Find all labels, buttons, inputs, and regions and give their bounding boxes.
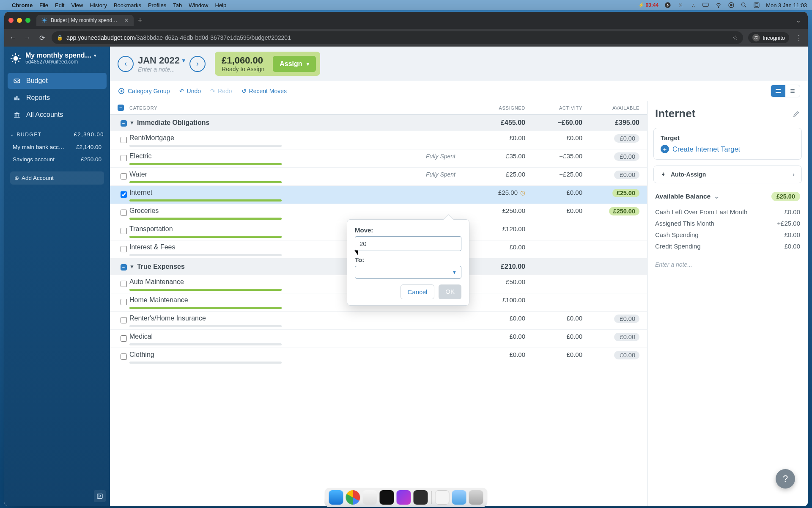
available-cell[interactable]: £250.00 xyxy=(582,207,639,215)
row-checkbox[interactable] xyxy=(118,333,129,343)
row-checkbox[interactable] xyxy=(118,225,129,235)
dock-trash-icon[interactable] xyxy=(469,490,483,505)
dock-folder-icon[interactable] xyxy=(452,490,466,505)
assigned-cell[interactable]: £0.00 xyxy=(468,333,525,340)
row-checkbox[interactable] xyxy=(118,189,129,199)
minimize-window-icon[interactable] xyxy=(17,18,22,23)
dock-textedit-icon[interactable] xyxy=(435,490,450,505)
sidebar-item-all-accounts[interactable]: All Accounts xyxy=(8,107,107,123)
available-pill[interactable]: £0.00 xyxy=(614,315,639,323)
new-tab-button[interactable]: + xyxy=(138,17,143,24)
list-view-icon[interactable] xyxy=(785,85,800,97)
dock-app-icon[interactable] xyxy=(397,490,411,505)
group-checkbox[interactable]: − xyxy=(118,263,129,271)
category-row[interactable]: Internet£25.00◷£0.00£25.00 xyxy=(110,186,647,204)
mac-menu-file[interactable]: File xyxy=(39,2,48,8)
dock-terminal-icon[interactable] xyxy=(380,490,394,505)
display-icon[interactable] xyxy=(702,2,709,8)
available-pill[interactable]: £0.00 xyxy=(614,134,639,143)
select-all-checkbox[interactable]: − xyxy=(118,105,129,111)
help-button[interactable]: ? xyxy=(776,469,795,489)
undo-button[interactable]: ↶Undo xyxy=(179,88,201,94)
reload-button[interactable]: ⟳ xyxy=(37,34,47,42)
redo-button[interactable]: ↷Redo xyxy=(210,88,232,94)
sidebar-account-row[interactable]: Savings account £250.00 xyxy=(10,153,104,166)
category-row[interactable]: Rent/Mortgage£0.00£0.00£0.00 xyxy=(110,131,647,149)
available-pill[interactable]: £0.00 xyxy=(614,152,639,161)
row-checkbox[interactable] xyxy=(118,278,129,288)
chrome-menu-icon[interactable]: ⋮ xyxy=(794,34,804,42)
row-checkbox[interactable] xyxy=(118,171,129,181)
wifi-icon[interactable] xyxy=(715,2,722,8)
available-pill[interactable]: £0.00 xyxy=(614,171,639,179)
dock-chrome-icon[interactable] xyxy=(346,490,360,505)
window-controls[interactable] xyxy=(8,18,30,23)
move-to-dropdown[interactable]: ▼ xyxy=(355,266,461,279)
row-checkbox[interactable] xyxy=(118,315,129,325)
category-row[interactable]: Clothing£0.00£0.00£0.00 xyxy=(110,348,647,366)
mac-menu-bookmarks[interactable]: Bookmarks xyxy=(114,2,141,8)
fullscreen-window-icon[interactable] xyxy=(25,18,30,23)
available-pill[interactable]: £0.00 xyxy=(614,351,639,359)
add-account-button[interactable]: ⊕ Add Account xyxy=(10,171,104,185)
available-cell[interactable]: £0.00 xyxy=(582,152,639,161)
prev-month-button[interactable]: ‹ xyxy=(118,56,134,72)
assign-button[interactable]: Assign ▾ xyxy=(273,56,315,72)
assigned-cell[interactable]: £120.00 xyxy=(468,225,525,232)
view-toggle[interactable] xyxy=(771,85,800,97)
sidebar-account-row[interactable]: My main bank acc… £2,140.00 xyxy=(10,141,104,153)
mac-menu-window[interactable]: Window xyxy=(189,2,208,8)
dots-icon[interactable]: ∴ xyxy=(690,2,697,8)
mac-menu-edit[interactable]: Edit xyxy=(55,2,64,8)
assigned-cell[interactable]: £25.00 xyxy=(468,171,525,178)
mac-menu-profiles[interactable]: Profiles xyxy=(148,2,166,8)
available-cell[interactable]: £25.00 xyxy=(582,189,639,197)
mac-menu-history[interactable]: History xyxy=(90,2,107,8)
available-cell[interactable]: £0.00 xyxy=(582,171,639,179)
available-balance-toggle[interactable]: Available Balance⌄ £25.00 xyxy=(654,189,801,204)
category-row[interactable]: WaterFully Spent£25.00−£25.00£0.00 xyxy=(110,168,647,186)
row-checkbox[interactable] xyxy=(118,134,129,144)
cancel-button[interactable]: Cancel xyxy=(401,284,435,299)
address-bar[interactable]: 🔒 app.youneedabudget.com/3a8bbdae-d62a-4… xyxy=(52,31,743,44)
category-row[interactable]: Renter's/Home Insurance£0.00£0.00£0.00 xyxy=(110,312,647,330)
mac-dock[interactable] xyxy=(325,488,488,507)
assigned-cell[interactable]: £0.00 xyxy=(468,351,525,358)
dock-app-icon[interactable] xyxy=(414,490,428,505)
category-group-row[interactable]: −▼Immediate Obligations£455.00−£60.00£39… xyxy=(110,115,647,131)
control-center-icon[interactable] xyxy=(728,2,735,8)
tabs-dropdown-icon[interactable]: ⌄ xyxy=(796,17,801,24)
sidebar-section-budget[interactable]: ⌄BUDGET £2,390.00 xyxy=(10,131,104,138)
ok-button[interactable]: OK xyxy=(439,284,461,299)
create-target-link[interactable]: + Create Internet Target xyxy=(661,145,795,153)
mac-menu-tab[interactable]: Tab xyxy=(173,2,182,8)
month-note-input[interactable]: Enter a note... xyxy=(138,66,185,73)
assigned-cell[interactable]: £100.00 xyxy=(468,296,525,304)
row-checkbox[interactable] xyxy=(118,207,129,217)
available-cell[interactable]: £0.00 xyxy=(582,315,639,323)
recent-moves-button[interactable]: ↺Recent Moves xyxy=(241,88,287,94)
assigned-cell[interactable]: £0.00 xyxy=(468,243,525,251)
forward-button[interactable]: → xyxy=(23,34,32,41)
row-checkbox[interactable] xyxy=(118,243,129,254)
edit-icon[interactable] xyxy=(793,110,800,118)
available-pill[interactable]: £250.00 xyxy=(609,207,639,215)
dock-notes-icon[interactable] xyxy=(363,490,377,505)
assigned-cell[interactable]: £25.00◷ xyxy=(468,189,525,196)
assigned-cell[interactable]: £0.00 xyxy=(468,134,525,141)
close-window-icon[interactable] xyxy=(8,18,14,23)
row-checkbox[interactable] xyxy=(118,351,129,361)
battery-icon[interactable]: ⚡03:44 xyxy=(638,2,658,8)
sidebar-item-reports[interactable]: Reports xyxy=(8,90,107,106)
tab-close-icon[interactable]: ✕ xyxy=(124,17,129,23)
mac-menu-help[interactable]: Help xyxy=(215,2,227,8)
available-cell[interactable]: £0.00 xyxy=(582,134,639,143)
available-cell[interactable]: £0.00 xyxy=(582,351,639,359)
available-pill[interactable]: £0.00 xyxy=(614,333,639,341)
assigned-cell[interactable]: £50.00 xyxy=(468,278,525,285)
collapse-sidebar-button[interactable] xyxy=(94,490,106,502)
back-button[interactable]: ← xyxy=(8,34,18,41)
row-checkbox[interactable] xyxy=(118,296,129,306)
auto-assign-button[interactable]: Auto-Assign › xyxy=(653,166,802,183)
mac-menu-view[interactable]: View xyxy=(71,2,83,8)
